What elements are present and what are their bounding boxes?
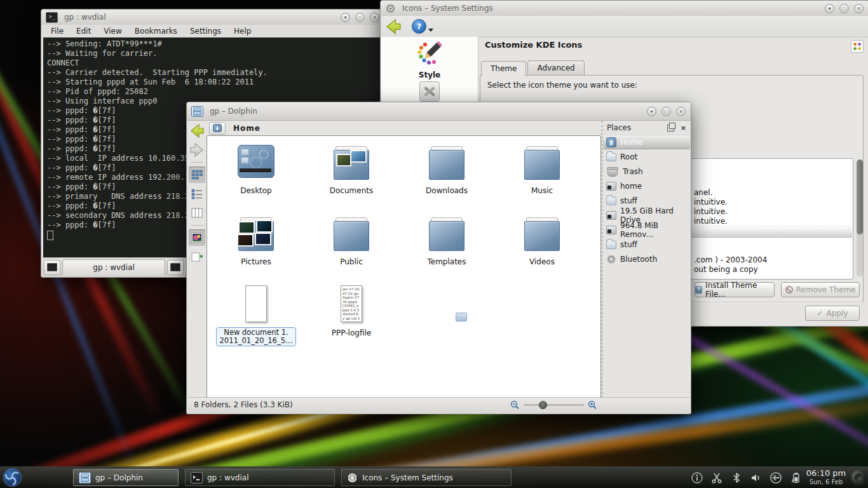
preview-toggle-button[interactable] bbox=[189, 229, 205, 246]
file-item[interactable]: Public bbox=[304, 212, 399, 283]
file-preview-text: Jan 17 09:47:18 gp-Aspire-5738 pppd[1946… bbox=[342, 287, 360, 320]
back-button[interactable] bbox=[189, 123, 205, 139]
scrollbar[interactable] bbox=[857, 159, 863, 276]
menu-item[interactable]: Edit bbox=[76, 27, 91, 36]
file-item[interactable]: Documents bbox=[304, 141, 399, 212]
close-icon[interactable]: × bbox=[370, 13, 379, 22]
back-button[interactable] bbox=[384, 18, 403, 36]
taskbar-task[interactable]: gp : wvdial bbox=[185, 469, 335, 486]
taskbar-task[interactable]: Icons – System Settings bbox=[341, 469, 512, 486]
close-panel-icon[interactable]: × bbox=[681, 124, 686, 132]
terminal-menubar: FileEditViewBookmarksSettingsHelp bbox=[42, 25, 384, 38]
text-line: intuitive. bbox=[694, 217, 728, 226]
minimize-icon[interactable]: ▾ bbox=[341, 13, 350, 22]
text-line: anel. bbox=[694, 188, 728, 198]
zoom-slider-thumb[interactable] bbox=[539, 401, 547, 409]
apply-button[interactable]: ✓ Apply bbox=[805, 306, 860, 321]
places-item[interactable]: home bbox=[603, 179, 690, 193]
file-item[interactable]: New document 1. 2011_01_20_16_5… bbox=[208, 283, 304, 355]
new-tab-button[interactable] bbox=[44, 260, 60, 275]
file-item[interactable]: Jan 17 09:47:18 gp-Aspire-5738 pppd[1946… bbox=[304, 283, 399, 355]
volume-icon[interactable] bbox=[750, 471, 763, 484]
file-item[interactable]: Videos bbox=[494, 212, 590, 283]
clock[interactable]: 06:10 pm Sun, 6 Feb bbox=[803, 468, 849, 486]
zoom-in-icon[interactable] bbox=[588, 400, 597, 410]
terminal-tab[interactable]: gp : wvdial bbox=[62, 259, 165, 275]
usb-device-notifier-icon[interactable] bbox=[770, 471, 782, 484]
file-item[interactable]: Music bbox=[494, 141, 590, 212]
menu-item[interactable]: Help bbox=[234, 27, 251, 36]
file-name: Downloads bbox=[426, 186, 468, 195]
dolphin-statusbar: 8 Folders, 2 Files (3.3 KiB) bbox=[187, 397, 690, 413]
zoom-slider[interactable] bbox=[524, 404, 584, 406]
menu-item[interactable]: Bookmarks bbox=[135, 27, 177, 36]
file-icon bbox=[522, 214, 562, 253]
icons-view-button[interactable] bbox=[189, 166, 205, 183]
places-item[interactable]: Bluetooth bbox=[603, 252, 690, 266]
places-item[interactable]: Trash bbox=[603, 164, 690, 179]
file-item[interactable]: Downloads bbox=[399, 141, 494, 212]
forward-button[interactable] bbox=[189, 142, 205, 158]
maximize-icon[interactable]: ○ bbox=[839, 4, 849, 13]
module-overview-icon[interactable] bbox=[851, 40, 864, 53]
help-button[interactable]: ? bbox=[412, 19, 426, 34]
place-label: Home bbox=[620, 138, 642, 147]
system-settings-titlebar[interactable]: Icons – System Settings ▾ ○ × bbox=[381, 1, 868, 17]
tab-list-button[interactable] bbox=[167, 260, 184, 275]
app-launcher-button[interactable] bbox=[3, 468, 22, 487]
sidebar-item-label: Style bbox=[381, 71, 478, 79]
file-item[interactable]: Desktop bbox=[208, 141, 304, 212]
minimize-icon[interactable]: ▾ bbox=[825, 4, 834, 13]
gear-icon bbox=[385, 4, 396, 13]
sidebar-item-style[interactable]: Style bbox=[381, 39, 478, 79]
text-line: .com ) - 2003-2004 bbox=[694, 255, 767, 265]
file-item[interactable]: Templates bbox=[399, 212, 494, 283]
minimize-icon[interactable]: ▾ bbox=[647, 107, 656, 116]
tab[interactable]: Theme bbox=[481, 61, 526, 76]
details-view-button[interactable] bbox=[189, 186, 205, 202]
maximize-icon[interactable]: ○ bbox=[355, 13, 365, 22]
bluetooth-icon[interactable] bbox=[730, 471, 743, 484]
file-icon bbox=[331, 214, 372, 253]
split-view-button[interactable] bbox=[189, 248, 205, 265]
file-label-box: New document 1. 2011_01_20_16_5… bbox=[216, 327, 297, 346]
panel-toolbox-cashew[interactable] bbox=[851, 470, 867, 485]
sidebar-item-fine-tuning[interactable] bbox=[381, 81, 478, 102]
zoom-out-icon[interactable] bbox=[510, 400, 520, 410]
tab[interactable]: Advanced bbox=[527, 60, 584, 76]
file-label-box: Desktop bbox=[236, 185, 276, 196]
notifications-info-icon[interactable] bbox=[691, 471, 703, 484]
text-line: intuitive. bbox=[694, 207, 728, 217]
terminal-line: CONNECT bbox=[47, 58, 379, 68]
menu-item[interactable]: View bbox=[104, 27, 121, 36]
stray-icon bbox=[456, 313, 467, 322]
scrollbar-thumb[interactable] bbox=[857, 159, 863, 234]
dolphin-file-view[interactable]: Desktop Documents bbox=[207, 135, 601, 398]
menu-item[interactable]: Settings bbox=[190, 27, 221, 36]
places-item[interactable]: stuff bbox=[603, 237, 690, 252]
places-item[interactable]: Home bbox=[603, 135, 690, 149]
chevron-down-icon[interactable] bbox=[428, 29, 433, 32]
install-theme-button[interactable]: Install Theme File... bbox=[695, 282, 775, 297]
file-item[interactable]: Pictures bbox=[208, 212, 304, 283]
close-icon[interactable]: × bbox=[854, 4, 864, 13]
maximize-icon[interactable]: ○ bbox=[661, 107, 671, 116]
float-panel-icon[interactable] bbox=[667, 125, 674, 132]
places-item[interactable]: Root bbox=[603, 149, 690, 164]
breadcrumb-root[interactable]: Home bbox=[233, 124, 261, 133]
taskbar-task[interactable]: gp – Dolphin bbox=[73, 469, 179, 486]
dolphin-titlebar[interactable]: gp – Dolphin ▾ ○ × bbox=[187, 102, 691, 121]
terminal-titlebar[interactable]: >_ gp : wvdial ▾ ○ × bbox=[41, 10, 384, 25]
battery-icon[interactable] bbox=[789, 471, 802, 484]
columns-view-button[interactable] bbox=[189, 205, 205, 221]
places-list: Home Root Trash home bbox=[603, 135, 690, 266]
breadcrumb-home-button[interactable] bbox=[209, 122, 226, 135]
close-icon[interactable]: × bbox=[676, 107, 686, 116]
home-icon bbox=[213, 124, 222, 132]
places-item[interactable]: 964.8 MiB Remov… bbox=[603, 222, 690, 237]
clock-date: Sun, 6 Feb bbox=[803, 478, 849, 486]
divider bbox=[191, 162, 203, 163]
menu-item[interactable]: File bbox=[51, 27, 64, 36]
klipper-scissors-icon[interactable] bbox=[710, 471, 723, 484]
remove-theme-button[interactable]: Remove Theme bbox=[781, 282, 860, 297]
